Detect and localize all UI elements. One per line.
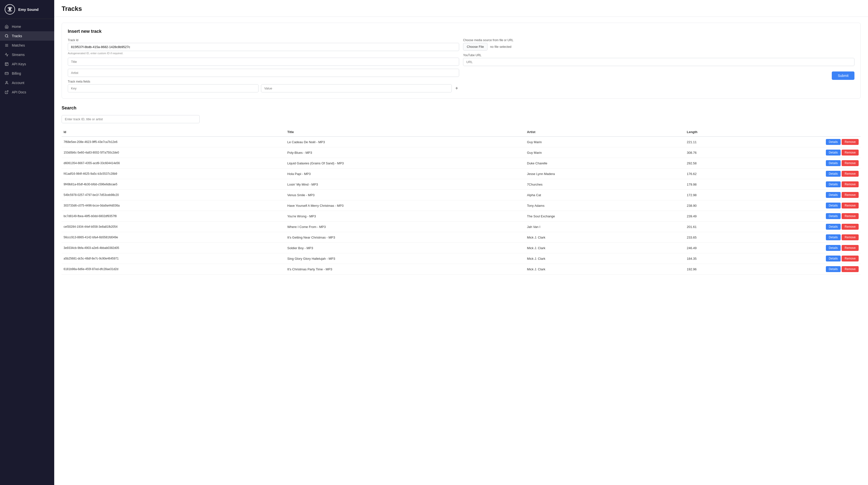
- details-button[interactable]: Details: [826, 245, 841, 251]
- cell-artist: Jesse Lynn Madera: [525, 169, 685, 179]
- sidebar-item-tracks[interactable]: Tracks: [0, 31, 54, 41]
- remove-button[interactable]: Remove: [842, 245, 859, 251]
- sidebar-item-label-streams: Streams: [12, 53, 25, 57]
- col-header-id: Id: [62, 128, 285, 137]
- cell-title: It's Christmas Party Time - MP3: [285, 264, 525, 275]
- page-header: Tracks: [54, 0, 868, 17]
- details-button[interactable]: Details: [826, 139, 841, 145]
- cell-length: 308.76: [685, 147, 749, 158]
- sidebar: Emy Sound HomeTracksMatchesStreamsAPI Ke…: [0, 0, 54, 485]
- svg-line-3: [7, 37, 8, 37]
- svg-line-13: [6, 91, 8, 92]
- submit-button[interactable]: Submit: [832, 71, 855, 80]
- cell-actions: DetailsRemove: [749, 190, 861, 200]
- api-docs-icon: [4, 90, 9, 94]
- details-button[interactable]: Details: [826, 234, 841, 240]
- youtube-url-section: YouTube URL: [463, 54, 855, 66]
- choose-file-row: Choose File no file selected: [463, 43, 855, 51]
- cell-length: 192.96: [685, 264, 749, 275]
- details-button[interactable]: Details: [826, 171, 841, 177]
- meta-fields-row: +: [68, 84, 459, 92]
- search-section: Search Id Title Artist Length 7f68e5ee-2…: [62, 105, 861, 275]
- table-row: 153d0b6c-5e60-4a83-8002-5f7a750c2de0Poly…: [62, 147, 861, 158]
- cell-actions: DetailsRemove: [749, 211, 861, 221]
- cell-artist: Mick J. Clark: [525, 264, 685, 275]
- sidebar-item-api-keys[interactable]: API Keys: [0, 59, 54, 69]
- remove-button[interactable]: Remove: [842, 224, 859, 230]
- youtube-url-input[interactable]: [463, 58, 855, 66]
- choose-file-button[interactable]: Choose File: [463, 43, 488, 51]
- cell-length: 221.11: [685, 137, 749, 147]
- cell-id: 6181b98a-6d6e-455f-87ed-dfc28ae31d2d: [62, 264, 285, 275]
- remove-button[interactable]: Remove: [842, 234, 859, 240]
- table-row: cef30284-1934-44ef-b558-3e8a81fb2054Wher…: [62, 221, 861, 232]
- cell-title: Le Cadeau De Noël - MP3: [285, 137, 525, 147]
- meta-key-input[interactable]: [68, 84, 258, 92]
- search-input[interactable]: [62, 115, 199, 123]
- sidebar-item-label-matches: Matches: [12, 43, 25, 47]
- sidebar-item-streams[interactable]: Streams: [0, 50, 54, 59]
- cell-actions: DetailsRemove: [749, 200, 861, 211]
- details-button[interactable]: Details: [826, 192, 841, 198]
- meta-value-input[interactable]: [261, 84, 452, 92]
- cell-title: Sing Glory Glory Hallelujah - MP3: [285, 253, 525, 264]
- remove-button[interactable]: Remove: [842, 255, 859, 262]
- remove-button[interactable]: Remove: [842, 213, 859, 219]
- sidebar-item-api-docs[interactable]: API Docs: [0, 88, 54, 97]
- add-meta-button[interactable]: +: [454, 86, 459, 91]
- matches-icon: [4, 43, 9, 48]
- sidebar-item-label-home: Home: [12, 25, 21, 29]
- remove-button[interactable]: Remove: [842, 203, 859, 209]
- cell-id: 549c5978-0257-4797-be1f-7d53ceb98c20: [62, 190, 285, 200]
- title-input[interactable]: [68, 58, 459, 66]
- details-button[interactable]: Details: [826, 255, 841, 262]
- api-keys-icon: [4, 62, 9, 66]
- sidebar-item-matches[interactable]: Matches: [0, 41, 54, 50]
- cell-artist: Guy Marin: [525, 137, 685, 147]
- remove-button[interactable]: Remove: [842, 266, 859, 272]
- details-button[interactable]: Details: [826, 150, 841, 155]
- remove-button[interactable]: Remove: [842, 171, 859, 177]
- remove-button[interactable]: Remove: [842, 181, 859, 187]
- details-button[interactable]: Details: [826, 224, 841, 230]
- cell-actions: DetailsRemove: [749, 264, 861, 275]
- remove-button[interactable]: Remove: [842, 139, 859, 145]
- remove-button[interactable]: Remove: [842, 192, 859, 198]
- cell-title: Where I Come From - MP3: [285, 221, 525, 232]
- cell-id: f41adf16-984f-4625-9a5c-b3c5537c28b9: [62, 169, 285, 179]
- artist-input[interactable]: [68, 69, 459, 77]
- youtube-url-label: YouTube URL: [463, 54, 855, 57]
- table-row: 549c5978-0257-4797-be1f-7d53ceb98c20Venu…: [62, 190, 861, 200]
- details-button[interactable]: Details: [826, 213, 841, 219]
- details-button[interactable]: Details: [826, 181, 841, 187]
- account-icon: [4, 81, 9, 85]
- sidebar-item-billing[interactable]: Billing: [0, 69, 54, 78]
- cell-length: 246.49: [685, 243, 749, 253]
- sidebar-item-account[interactable]: Account: [0, 78, 54, 88]
- cell-id: bc7d8149-fbea-48f5-b0dd-6802df9357f8: [62, 211, 285, 221]
- remove-button[interactable]: Remove: [842, 150, 859, 155]
- cell-id: 56ccc913-8865-4142-bfa4-6b5581fd049e: [62, 232, 285, 243]
- remove-button[interactable]: Remove: [842, 160, 859, 166]
- sidebar-header: Emy Sound: [0, 0, 54, 19]
- details-button[interactable]: Details: [826, 203, 841, 209]
- details-button[interactable]: Details: [826, 266, 841, 272]
- search-section-title: Search: [62, 105, 861, 111]
- table-row: bc7d8149-fbea-48f5-b0dd-6802df9357f8You'…: [62, 211, 861, 221]
- media-source-section: Choose media source from file or URL Cho…: [463, 38, 855, 51]
- cell-id: a5b25681-dc5c-48df-8e7c-9c90e4645971: [62, 253, 285, 264]
- sidebar-item-label-account: Account: [12, 81, 24, 85]
- sidebar-item-home[interactable]: Home: [0, 22, 54, 31]
- cell-length: 238.90: [685, 200, 749, 211]
- cell-actions: DetailsRemove: [749, 179, 861, 190]
- cell-id: 7f68e5ee-208e-4623-9ff5-43e7ca7b12e6: [62, 137, 285, 147]
- cell-actions: DetailsRemove: [749, 147, 861, 158]
- cell-id: 3e9334cb-9bfa-4903-a2e6-4bbab0382d05: [62, 243, 285, 253]
- tracks-icon: [4, 34, 9, 38]
- cell-length: 292.58: [685, 158, 749, 169]
- insert-track-section: Insert new track Track Id Autogenerated …: [62, 23, 861, 98]
- track-id-input[interactable]: [68, 43, 459, 51]
- cell-actions: DetailsRemove: [749, 137, 861, 147]
- details-button[interactable]: Details: [826, 160, 841, 166]
- form-left: Track Id Autogenerated ID, enter custom …: [68, 38, 459, 92]
